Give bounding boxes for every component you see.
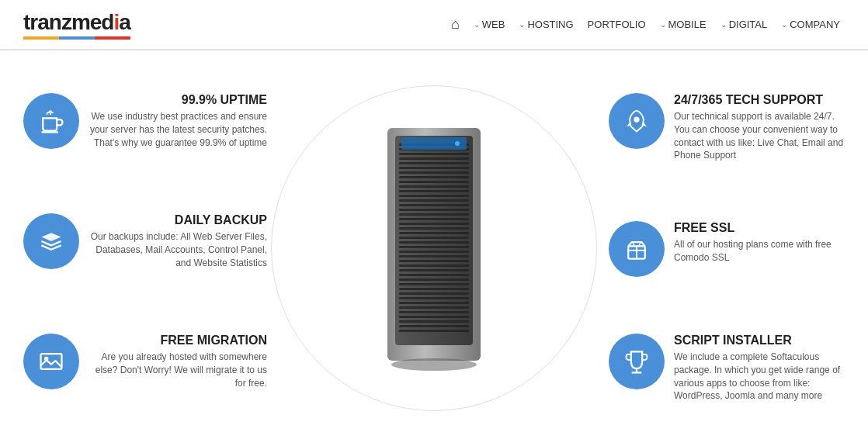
features-section: 99.9% UPTIME We use industry best practi… [0, 50, 868, 446]
company-chevron: ⌄ [781, 20, 787, 29]
svg-rect-20 [399, 227, 469, 230]
script-title: SCRIPT INSTALLER [674, 334, 845, 347]
nav-home[interactable]: ⌂ [446, 13, 464, 36]
svg-rect-41 [399, 325, 469, 327]
nav-mobile[interactable]: ⌄ MOBILE [655, 16, 711, 33]
logo: tranzmedia [23, 10, 130, 40]
svg-rect-14 [399, 199, 469, 202]
backup-icon-circle [23, 213, 79, 269]
svg-rect-39 [399, 316, 469, 318]
svg-rect-6 [399, 162, 469, 164]
mobile-label: MOBILE [668, 19, 707, 30]
svg-rect-24 [399, 246, 469, 248]
logo-bar-red [95, 36, 130, 40]
package-icon [623, 235, 651, 263]
svg-rect-15 [399, 204, 469, 206]
svg-rect-4 [399, 153, 469, 155]
feature-daily-backup: DAILY BACKUP Our backups include: All We… [23, 213, 267, 269]
techsupport-text: 24/7/365 TECH SUPPORT Our technical supp… [674, 93, 845, 162]
script-text: SCRIPT INSTALLER We include a complete S… [674, 334, 845, 403]
hosting-chevron: ⌄ [519, 20, 525, 29]
svg-rect-13 [399, 195, 469, 197]
uptime-icon-circle [23, 93, 79, 149]
svg-rect-18 [399, 218, 469, 220]
svg-rect-17 [399, 213, 469, 216]
svg-rect-29 [399, 269, 469, 271]
svg-rect-23 [399, 241, 469, 244]
rocket-icon [623, 107, 651, 135]
svg-rect-7 [399, 167, 469, 169]
backup-desc: Our backups include: All Web Server File… [89, 230, 267, 269]
ssl-text: FREE SSL All of our hosting plans come w… [674, 221, 845, 264]
migration-icon-circle [23, 334, 79, 389]
migration-desc: Are you already hosted with somewhere el… [89, 351, 267, 389]
techsupport-title: 24/7/365 TECH SUPPORT [674, 93, 845, 107]
svg-rect-31 [399, 278, 469, 281]
image-icon [37, 347, 65, 375]
layers-icon [37, 227, 65, 255]
svg-rect-35 [399, 297, 469, 299]
svg-rect-34 [399, 292, 469, 295]
svg-rect-27 [399, 260, 469, 262]
digital-label: DIGITAL [729, 19, 768, 30]
svg-point-44 [455, 141, 460, 146]
svg-rect-26 [399, 255, 469, 258]
svg-rect-33 [399, 288, 469, 290]
logo-bar-orange [23, 36, 59, 40]
script-icon-circle [609, 334, 665, 389]
nav-web[interactable]: ⌄ WEB [469, 16, 510, 33]
svg-rect-9 [399, 176, 469, 178]
svg-rect-36 [399, 302, 469, 304]
svg-rect-42 [399, 330, 469, 332]
svg-rect-12 [399, 190, 469, 192]
svg-point-49 [634, 117, 639, 123]
hosting-label: HOSTING [527, 19, 573, 30]
company-label: COMPANY [790, 19, 840, 30]
logo-text: tranzmed [23, 10, 113, 35]
logo-red-char: i [113, 10, 119, 35]
nav-portfolio[interactable]: PORTFOLIO [583, 16, 651, 33]
migration-text: FREE MIGRATION Are you already hosted wi… [89, 334, 267, 389]
svg-rect-5 [399, 157, 469, 160]
feature-script-installer: SCRIPT INSTALLER We include a complete S… [609, 334, 845, 403]
ssl-desc: All of our hosting plans come with free … [674, 238, 845, 264]
migration-title: FREE MIGRATION [89, 334, 267, 347]
svg-rect-30 [399, 274, 469, 276]
svg-rect-28 [399, 264, 469, 267]
svg-rect-25 [399, 251, 469, 253]
script-desc: We include a complete Softaculous packag… [674, 351, 845, 403]
svg-rect-11 [399, 185, 469, 188]
backup-text: DAILY BACKUP Our backups include: All We… [89, 213, 267, 269]
techsupport-icon-circle [609, 93, 665, 149]
logo-text2: a [119, 10, 130, 35]
digital-chevron: ⌄ [720, 20, 727, 29]
feature-free-migration: FREE MIGRATION Are you already hosted wi… [23, 334, 267, 389]
nav-hosting[interactable]: ⌄ HOSTING [514, 16, 578, 33]
svg-rect-16 [399, 209, 469, 211]
svg-point-45 [391, 358, 477, 371]
coffee-icon [37, 107, 65, 135]
uptime-title: 99.9% UPTIME [89, 93, 267, 107]
server-image [356, 120, 512, 376]
header: tranzmedia ⌂ ⌄ WEB ⌄ HOSTING PORTFOLIO ⌄… [0, 0, 868, 50]
main-nav: ⌂ ⌄ WEB ⌄ HOSTING PORTFOLIO ⌄ MOBILE ⌄ D… [446, 13, 845, 36]
svg-rect-22 [399, 237, 469, 239]
logo-bar-blue [59, 36, 95, 40]
feature-uptime: 99.9% UPTIME We use industry best practi… [23, 93, 267, 149]
backup-title: DAILY BACKUP [89, 213, 267, 227]
portfolio-label: PORTFOLIO [588, 19, 646, 30]
svg-rect-21 [399, 232, 469, 234]
svg-rect-37 [399, 306, 469, 309]
svg-rect-32 [399, 283, 469, 285]
uptime-text: 99.9% UPTIME We use industry best practi… [89, 93, 267, 149]
mobile-chevron: ⌄ [660, 20, 666, 29]
feature-free-ssl: FREE SSL All of our hosting plans come w… [609, 221, 845, 277]
svg-rect-19 [399, 223, 469, 225]
svg-rect-8 [399, 171, 469, 174]
svg-rect-38 [399, 311, 469, 313]
svg-rect-40 [399, 320, 469, 323]
nav-digital[interactable]: ⌄ DIGITAL [716, 16, 773, 33]
web-chevron: ⌄ [474, 20, 480, 29]
nav-company[interactable]: ⌄ COMPANY [776, 16, 845, 33]
ssl-icon-circle [609, 221, 665, 277]
